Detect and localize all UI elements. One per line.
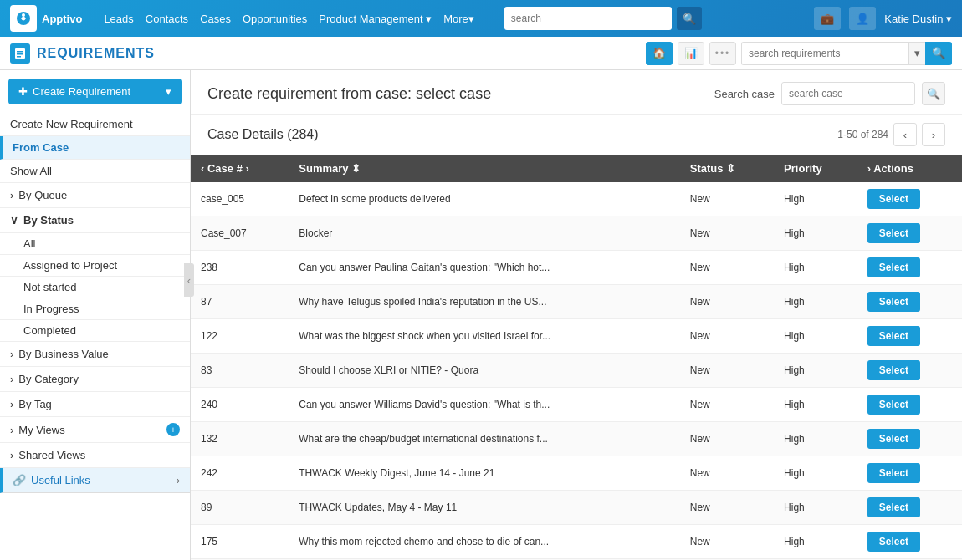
sidebar-sub-in-progress[interactable]: In Progress (0, 298, 190, 320)
sidebar: ✚ Create Requirement ▾ Create New Requir… (0, 70, 191, 560)
create-requirement-button[interactable]: ✚ Create Requirement ▾ (8, 79, 182, 104)
col-case-num-label: ‹ Case # › (201, 162, 249, 175)
search-case-button[interactable]: 🔍 (922, 82, 945, 105)
user-menu[interactable]: Katie Dustin ▾ (884, 13, 952, 25)
add-view-icon[interactable]: + (166, 423, 180, 436)
cell-actions: Select (857, 251, 962, 285)
select-button[interactable]: Select (867, 189, 920, 209)
cell-priority: High (774, 422, 857, 456)
cell-status: New (680, 216, 774, 251)
search-dropdown-btn[interactable]: ▾ (908, 42, 925, 65)
select-button[interactable]: Select (867, 292, 920, 312)
col-status[interactable]: Status ⇕ (680, 155, 774, 182)
select-button[interactable]: Select (867, 497, 920, 517)
select-button[interactable]: Select (867, 360, 920, 380)
cell-actions: Select (857, 456, 962, 491)
chevron-left-icon: ‹ (187, 274, 191, 287)
table-row: 240 Can you answer Williams David's ques… (191, 388, 962, 422)
nav-leads[interactable]: Leads (104, 13, 133, 25)
sidebar-item-show-all[interactable]: Show All (0, 160, 190, 183)
chart-icon-btn[interactable]: 📊 (678, 42, 704, 65)
sidebar-sub-label: All (23, 237, 35, 250)
cell-priority: High (774, 182, 857, 216)
sidebar-views-label: My Views (18, 424, 64, 436)
nav-contacts[interactable]: Contacts (146, 13, 188, 25)
nav-more[interactable]: More▾ (443, 13, 474, 25)
select-button[interactable]: Select (867, 257, 920, 277)
cell-priority: High (774, 388, 857, 422)
home-icon-btn[interactable]: 🏠 (646, 42, 673, 65)
cell-priority: High (774, 251, 857, 285)
cell-case-num: 122 (191, 319, 289, 354)
sidebar-sub-completed[interactable]: Completed (0, 320, 190, 342)
main-layout: ✚ Create Requirement ▾ Create New Requir… (0, 70, 962, 560)
sidebar-section-my-views[interactable]: › My Views + (0, 417, 190, 443)
col-case-num[interactable]: ‹ Case # › (191, 155, 289, 182)
sidebar-item-from-case[interactable]: From Case (0, 136, 190, 160)
chevron-down-icon: ▾ (914, 47, 920, 59)
nav-cases[interactable]: Cases (200, 13, 231, 25)
subnav-search-button[interactable]: 🔍 (925, 42, 952, 65)
sidebar-item-create-new[interactable]: Create New Requirement (0, 113, 190, 136)
cell-summary: What was the biggest shock when you visi… (289, 319, 680, 354)
sidebar-item-label: From Case (13, 141, 69, 154)
subnav-search-input[interactable] (741, 42, 908, 65)
person-icon-btn[interactable]: 👤 (849, 7, 876, 30)
select-button[interactable]: Select (867, 395, 920, 415)
sidebar-sub-not-started[interactable]: Not started (0, 277, 190, 298)
table-row: 132 What are the cheap/budget internatio… (191, 422, 962, 456)
sidebar-sub-all[interactable]: All (0, 233, 190, 255)
table-row: case_005 Defect in some products deliver… (191, 182, 962, 216)
requirements-icon (10, 43, 30, 64)
select-button[interactable]: Select (867, 532, 920, 552)
cell-case-num: 83 (191, 354, 289, 388)
select-button[interactable]: Select (867, 326, 920, 346)
useful-links-label: Useful Links (31, 474, 90, 486)
pagination-text: 1-50 of 284 (837, 129, 888, 140)
sidebar-useful-links[interactable]: 🔗 Useful Links › (0, 468, 190, 493)
nav-search-button[interactable]: 🔍 (677, 7, 702, 30)
cell-case-num: 132 (191, 422, 289, 456)
content-area: Create requirement from case: select cas… (191, 70, 962, 560)
search-icon: 🔍 (927, 88, 940, 100)
table-header: ‹ Case # › Summary ⇕ Status ⇕ Priority ›… (191, 155, 962, 182)
more-options-btn[interactable]: ••• (709, 42, 736, 65)
chevron-right-icon: › (10, 348, 13, 360)
logo-icon (10, 5, 37, 32)
cell-case-num: 175 (191, 525, 289, 559)
cell-case-num: 242 (191, 456, 289, 491)
nav-search-input[interactable] (504, 7, 672, 30)
briefcase-icon-btn[interactable]: 💼 (814, 7, 841, 30)
pagination-prev-button[interactable]: ‹ (893, 123, 917, 146)
cell-status: New (680, 182, 774, 216)
nav-product-management[interactable]: Product Management ▾ (319, 13, 432, 25)
cell-priority: High (774, 491, 857, 525)
cell-priority: High (774, 456, 857, 491)
cell-summary: Defect in some products delivered (289, 182, 680, 216)
cell-case-num: 87 (191, 285, 289, 319)
select-button[interactable]: Select (867, 429, 920, 449)
cell-priority: High (774, 216, 857, 251)
sidebar-section-by-tag[interactable]: › By Tag (0, 392, 190, 417)
pagination-next-button[interactable]: › (922, 123, 945, 146)
cell-actions: Select (857, 285, 962, 319)
sidebar-sub-label: Assigned to Project (23, 259, 117, 272)
sidebar-section-by-status[interactable]: ∨ By Status (0, 208, 190, 233)
sub-navigation: REQUIREMENTS 🏠 📊 ••• ▾ 🔍 (0, 37, 962, 70)
sidebar-section-shared-views[interactable]: › Shared Views (0, 443, 190, 468)
cell-status: New (680, 319, 774, 354)
nav-opportunities[interactable]: Opportunities (243, 13, 307, 25)
search-case-input[interactable] (781, 82, 915, 105)
sidebar-sub-assigned[interactable]: Assigned to Project (0, 255, 190, 277)
table-row: 89 THWACK Updates, May 4 - May 11 New Hi… (191, 491, 962, 525)
select-button[interactable]: Select (867, 463, 920, 483)
sidebar-section-by-category[interactable]: › By Category (0, 367, 190, 392)
case-details-title: Case Details (284) (207, 127, 319, 142)
search-icon: 🔍 (683, 13, 696, 25)
sidebar-collapse-button[interactable]: ‹ (184, 263, 194, 297)
sidebar-section-by-business-value[interactable]: › By Business Value (0, 342, 190, 367)
sidebar-section-by-queue[interactable]: › By Queue (0, 183, 190, 208)
select-button[interactable]: Select (867, 223, 920, 243)
col-summary[interactable]: Summary ⇕ (289, 155, 680, 182)
link-icon: 🔗 (13, 474, 26, 486)
